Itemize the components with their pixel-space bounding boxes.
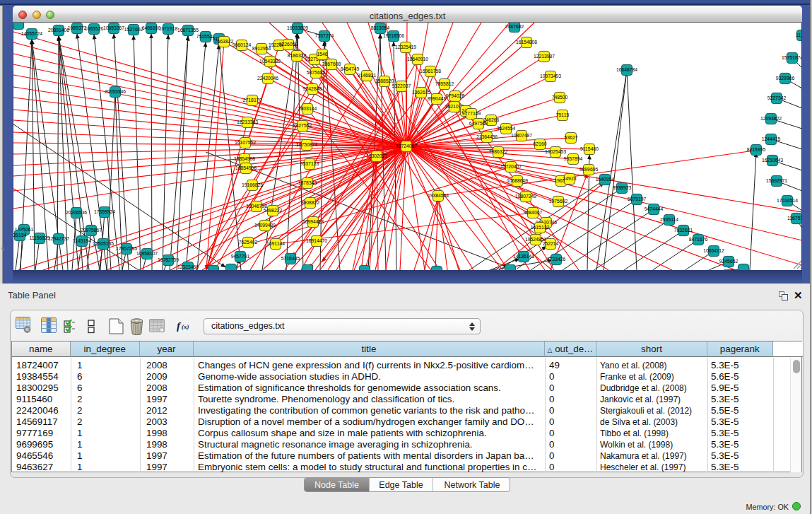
svg-text:53627: 53627	[565, 135, 578, 140]
svg-text:9899695: 9899695	[579, 167, 599, 172]
svg-text:14099489: 14099489	[254, 223, 276, 228]
svg-text:2087682: 2087682	[505, 24, 524, 29]
svg-text:16107552: 16107552	[235, 140, 256, 145]
svg-text:9226058: 9226058	[279, 42, 298, 47]
svg-text:1588520: 1588520	[375, 78, 394, 83]
svg-text:75115: 75115	[556, 112, 570, 117]
svg-text:3624554: 3624554	[497, 126, 516, 131]
svg-text:1640954: 1640954	[596, 177, 615, 182]
svg-text:7663822: 7663822	[215, 39, 234, 44]
svg-text:2935114: 2935114	[660, 217, 678, 222]
svg-text:9227342: 9227342	[767, 95, 787, 100]
svg-text:9457791: 9457791	[231, 254, 250, 259]
svg-text:7357274: 7357274	[315, 33, 334, 38]
svg-text:1733426: 1733426	[547, 257, 566, 262]
svg-text:8454749: 8454749	[341, 66, 360, 71]
svg-text:11121: 11121	[796, 33, 801, 37]
svg-text:748500: 748500	[552, 95, 568, 100]
svg-text:9474444: 9474444	[645, 206, 664, 211]
svg-text:1546: 1546	[317, 52, 327, 57]
svg-text:20206536: 20206536	[66, 210, 87, 215]
svg-text:5875685: 5875685	[307, 70, 326, 75]
svg-text:5716485: 5716485	[281, 256, 300, 261]
svg-text:23975867: 23975867	[81, 228, 102, 233]
svg-text:1691144: 1691144	[266, 241, 285, 246]
svg-text:10654112: 10654112	[703, 248, 724, 253]
svg-text:2803144: 2803144	[298, 106, 317, 111]
svg-text:1071918: 1071918	[159, 26, 178, 31]
svg-text:39154: 39154	[13, 233, 27, 238]
svg-text:17016514: 17016514	[777, 198, 798, 203]
svg-text:(x): (x)	[182, 323, 189, 330]
svg-text:18640910: 18640910	[407, 57, 428, 62]
svg-text:1089372: 1089372	[68, 25, 87, 30]
svg-text:62160: 62160	[534, 141, 547, 146]
svg-text:18854908: 18854908	[234, 156, 255, 161]
svg-text:f: f	[177, 321, 182, 332]
svg-text:1065526: 1065526	[85, 26, 104, 31]
svg-text:252214: 252214	[543, 241, 559, 246]
svg-text:10653267: 10653267	[103, 25, 124, 30]
svg-text:12942737: 12942737	[48, 236, 69, 241]
svg-text:6879197: 6879197	[628, 197, 647, 201]
svg-text:16671355: 16671355	[177, 28, 199, 33]
svg-text:9146821: 9146821	[358, 73, 377, 78]
svg-text:7955812: 7955812	[435, 81, 454, 86]
svg-text:5498222: 5498222	[264, 208, 283, 213]
svg-text:8990448: 8990448	[428, 96, 447, 101]
svg-text:1878343: 1878343	[298, 180, 317, 185]
svg-text:9357894: 9357894	[564, 156, 583, 161]
svg-text:1615132: 1615132	[531, 225, 550, 230]
svg-text:9084067: 9084067	[524, 210, 543, 215]
svg-text:9660124: 9660124	[233, 42, 252, 47]
svg-text:12093822: 12093822	[760, 116, 782, 121]
svg-text:1167533: 1167533	[787, 216, 801, 221]
svg-text:15720407: 15720407	[500, 164, 522, 169]
svg-text:9245652: 9245652	[719, 259, 739, 264]
svg-text:9115460: 9115460	[580, 146, 599, 151]
svg-text:1975692: 1975692	[549, 199, 568, 204]
svg-text:21364436: 21364436	[476, 134, 498, 139]
svg-text:8427552: 8427552	[293, 123, 312, 128]
svg-text:10688609: 10688609	[507, 178, 528, 183]
svg-text:14923: 14923	[563, 176, 577, 181]
svg-text:10973493: 10973493	[540, 74, 561, 78]
svg-text:12213363: 12213363	[237, 119, 258, 124]
svg-text:1145194: 1145194	[73, 238, 91, 243]
svg-text:12213987: 12213987	[534, 54, 555, 59]
svg-text:16648784: 16648784	[616, 67, 637, 72]
svg-text:1527602: 1527602	[124, 27, 143, 32]
svg-text:9908822: 9908822	[301, 200, 320, 205]
svg-text:15692971: 15692971	[766, 178, 787, 183]
svg-text:2867608: 2867608	[322, 62, 341, 66]
svg-text:12323466: 12323466	[177, 264, 199, 269]
svg-text:12325419: 12325419	[395, 45, 416, 49]
svg-text:10025453: 10025453	[545, 149, 566, 154]
svg-text:7986322: 7986322	[489, 149, 508, 154]
svg-text:8938923: 8938923	[613, 185, 632, 190]
svg-text:6794028: 6794028	[446, 93, 465, 98]
svg-text:18724007: 18724007	[396, 144, 417, 148]
svg-text:16210643: 16210643	[762, 158, 783, 163]
svg-text:10958107: 10958107	[136, 251, 158, 256]
svg-text:16154808: 16154808	[516, 40, 537, 45]
svg-text:19166825: 19166825	[242, 182, 263, 187]
svg-text:10994413: 10994413	[302, 219, 324, 224]
svg-text:8813054: 8813054	[371, 25, 390, 30]
svg-text:7632621: 7632621	[674, 228, 693, 233]
svg-text:1244415: 1244415	[762, 136, 781, 141]
svg-text:9777169: 9777169	[462, 111, 481, 116]
svg-text:9537133: 9537133	[300, 161, 319, 166]
svg-text:22420046: 22420046	[257, 76, 278, 81]
svg-text:9329966: 9329966	[776, 76, 795, 81]
svg-text:14136141: 14136141	[513, 254, 534, 259]
svg-text:19218506: 19218506	[383, 33, 404, 38]
svg-text:11156829: 11156829	[29, 235, 49, 240]
svg-text:20891406: 20891406	[48, 28, 69, 33]
svg-text:8471676: 8471676	[689, 237, 708, 242]
svg-text:16961758: 16961758	[420, 69, 441, 74]
svg-text:6497568: 6497568	[469, 121, 488, 126]
svg-text:15751074: 15751074	[782, 55, 802, 60]
svg-text:16782759: 16782759	[158, 257, 179, 262]
svg-text:10543382: 10543382	[259, 59, 281, 64]
